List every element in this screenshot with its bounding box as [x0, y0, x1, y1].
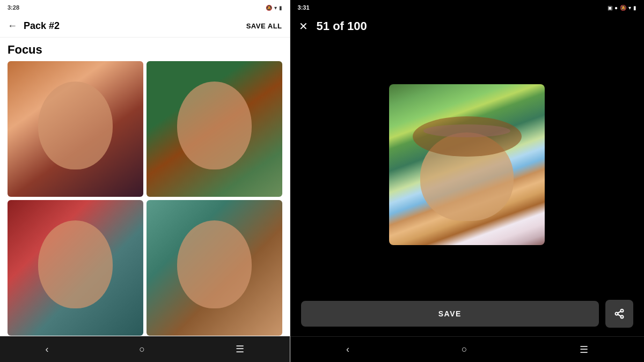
wifi-icon: ▾ — [274, 5, 277, 11]
main-image-display[interactable] — [389, 84, 545, 245]
right-panel: 3:31 ▣ ● 🔕 ▾ ▮ ✕ 51 of 100 SAVE — [290, 0, 644, 362]
save-all-button[interactable]: SAVE ALL — [246, 22, 282, 30]
status-bar-right: 3:31 ▣ ● 🔕 ▾ ▮ — [290, 0, 644, 15]
image-counter: 51 of 100 — [317, 19, 367, 33]
save-button-right[interactable]: SAVE — [301, 301, 599, 327]
pack-title: Pack #2 — [24, 20, 246, 32]
bottom-nav-left: ‹ ○ ☰ — [0, 336, 290, 362]
nav-menu-left[interactable]: ☰ — [236, 343, 244, 355]
back-button-left[interactable]: ← — [8, 20, 17, 32]
camera-icon: ▣ — [608, 5, 612, 11]
grid-item-4[interactable] — [147, 200, 282, 336]
section-label: Focus — [0, 38, 290, 61]
mute-icon: 🔕 — [620, 5, 626, 11]
image-grid-container — [0, 61, 290, 336]
right-status-icons: ▣ ● 🔕 ▾ ▮ — [608, 5, 636, 11]
flower-crown-overlay — [423, 124, 510, 137]
right-time: 3:31 — [298, 4, 310, 11]
close-button[interactable]: ✕ — [299, 20, 308, 33]
wifi-icon-right: ▾ — [628, 5, 631, 11]
alarm-icon: 🔕 — [266, 5, 272, 11]
viewer-nav: ✕ 51 of 100 — [290, 15, 644, 38]
battery-icon-right: ▮ — [633, 5, 636, 11]
dot-icon: ● — [614, 5, 618, 11]
nav-back-left[interactable]: ‹ — [45, 344, 48, 355]
left-panel: 3:28 🔕 ▾ ▮ ← Pack #2 SAVE ALL Focus — [0, 0, 290, 362]
grid-item-3[interactable] — [8, 200, 143, 336]
nav-home-right[interactable]: ○ — [462, 344, 467, 355]
grid-item-1[interactable] — [8, 61, 143, 197]
bottom-nav-right: ‹ ○ ☰ — [290, 336, 644, 362]
nav-back-right[interactable]: ‹ — [346, 344, 349, 355]
image-grid — [8, 61, 282, 336]
left-time: 3:28 — [8, 4, 19, 11]
left-status-icons: 🔕 ▾ ▮ — [266, 5, 282, 11]
grid-item-2[interactable] — [147, 61, 282, 197]
main-image-container — [290, 38, 644, 291]
status-bar-left: 3:28 🔕 ▾ ▮ — [0, 0, 290, 15]
nav-menu-right[interactable]: ☰ — [580, 344, 588, 356]
share-button[interactable] — [605, 300, 633, 328]
action-buttons: SAVE — [290, 291, 644, 336]
svg-line-3 — [618, 314, 621, 316]
top-nav-left: ← Pack #2 SAVE ALL — [0, 15, 290, 38]
nav-home-left[interactable]: ○ — [139, 344, 145, 355]
battery-icon: ▮ — [279, 5, 282, 11]
svg-line-4 — [618, 311, 621, 313]
share-icon — [614, 308, 625, 319]
